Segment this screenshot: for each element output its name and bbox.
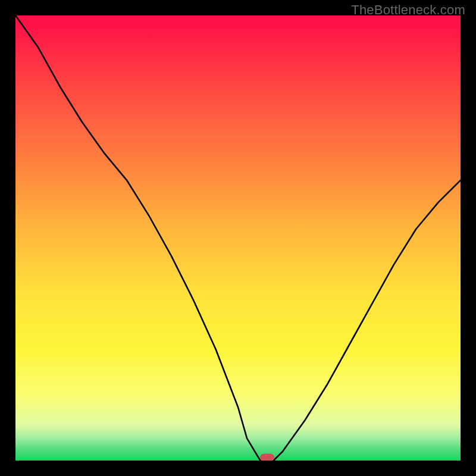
optimal-point-marker xyxy=(260,453,274,461)
watermark-text: TheBottleneck.com xyxy=(351,2,465,18)
chart-frame: TheBottleneck.com xyxy=(0,0,476,476)
plot-area xyxy=(15,15,461,461)
bottleneck-curve xyxy=(15,15,461,461)
